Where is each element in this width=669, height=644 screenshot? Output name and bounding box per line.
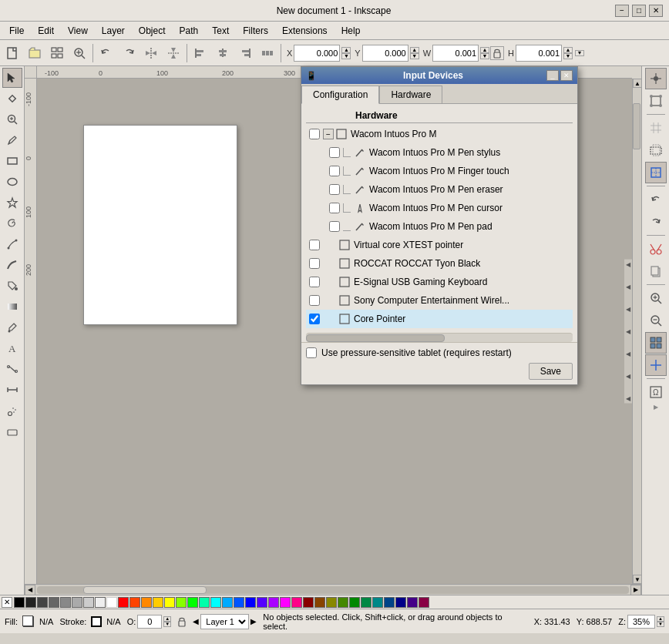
color-swatch[interactable] [234,597,244,608]
snap-button[interactable] [645,68,667,89]
distribute-button[interactable] [257,42,278,64]
menu-view[interactable]: View [62,24,94,38]
color-swatch[interactable] [153,597,163,608]
color-swatch[interactable] [395,597,406,608]
color-swatch-white[interactable] [106,597,117,608]
units-dropdown[interactable]: ▾ [575,50,584,56]
device-checkbox-1[interactable] [329,147,340,158]
color-swatch[interactable] [49,597,59,608]
tab-hardware[interactable]: Hardware [379,86,442,103]
tab-configuration[interactable]: Configuration [301,86,379,104]
callig-tool-button[interactable] [2,255,22,275]
color-swatch[interactable] [338,597,348,608]
flip-h-button[interactable] [140,42,162,64]
color-swatch[interactable] [60,597,71,608]
zoom-tool-button[interactable] [2,109,22,129]
align-center-button[interactable] [212,42,234,64]
snap-bbox-button[interactable] [645,139,667,161]
close-button[interactable]: ✕ [649,5,663,17]
color-swatch[interactable] [199,597,210,608]
zoom-down[interactable]: ▼ [657,622,664,627]
device-checkbox-0[interactable] [309,129,320,139]
node-tool-button[interactable] [2,89,22,109]
zoom-selection-button[interactable] [69,42,90,64]
spray-tool-button[interactable] [2,401,22,421]
color-swatch[interactable] [419,597,429,608]
layer-select[interactable]: Layer 1 [200,614,249,629]
align-left-button[interactable] [190,42,211,64]
align-right-button[interactable] [234,42,256,64]
scroll-left-button[interactable]: ◀ [25,585,35,595]
dialog-hscroll-thumb[interactable] [306,334,445,342]
opacity-down[interactable]: ▼ [163,622,171,627]
paint-tool-button[interactable] [2,276,22,296]
dropper-tool-button[interactable] [2,317,22,337]
menu-object[interactable]: Object [133,24,172,38]
menu-edit[interactable]: Edit [32,24,60,38]
menu-path[interactable]: Path [173,24,205,38]
dialog-hscroll[interactable] [306,333,573,342]
color-swatch-blue[interactable] [245,597,256,608]
open-button[interactable] [24,42,45,64]
device-checkbox-3[interactable] [329,184,340,195]
color-swatch[interactable] [372,597,383,608]
pen-tool-button[interactable] [2,234,22,254]
color-swatch[interactable] [129,597,140,608]
new-button[interactable] [2,42,23,64]
snap-nodes-button[interactable] [645,90,667,112]
zoom-in-button[interactable] [645,287,667,309]
menu-extensions[interactable]: Extensions [276,24,334,38]
scroll-thumb-h[interactable] [83,586,207,594]
pencil-tool-button[interactable] [2,130,22,150]
tablet-checkbox[interactable] [306,347,317,358]
color-swatch[interactable] [222,597,233,608]
text-tool-button[interactable]: A [2,338,22,358]
h-input[interactable] [516,45,562,62]
zoom-up[interactable]: ▲ [657,616,664,622]
snap-grid-button[interactable] [645,117,667,139]
lock-aspect-button[interactable] [490,46,504,60]
y-down[interactable]: ▼ [410,53,419,59]
menu-filters[interactable]: Filters [237,24,274,38]
undo-snap-button[interactable] [645,189,667,210]
select-tool-button[interactable] [2,68,22,88]
scroll-thumb-v[interactable] [633,103,640,149]
device-checkbox-8[interactable] [309,277,320,287]
color-swatch-magenta[interactable] [280,597,291,608]
right-toolbar-expand[interactable]: ▶ [645,404,667,410]
device-checkbox-4[interactable] [329,203,340,213]
device-checkbox-10[interactable] [309,314,320,324]
color-swatch-cyan[interactable] [210,597,221,608]
menu-text[interactable]: Text [206,24,235,38]
color-swatch-red[interactable] [118,597,129,608]
w-up[interactable]: ▲ [480,47,489,53]
device-checkbox-7[interactable] [309,258,320,269]
cut-button[interactable] [645,238,667,260]
menu-file[interactable]: File [3,24,30,38]
connector-tool-button[interactable] [2,359,22,379]
x-up[interactable]: ▲ [341,47,351,53]
maximize-button[interactable]: □ [632,5,646,17]
color-swatch[interactable] [384,597,395,608]
redo-snap-button[interactable] [645,211,667,233]
dialog-minimize-button[interactable]: _ [546,70,559,81]
align-tool-button[interactable] [645,354,667,376]
redo-button[interactable] [118,42,140,64]
color-swatch[interactable] [303,597,314,608]
snap-page-button[interactable] [645,162,667,183]
y-up[interactable]: ▲ [410,47,419,53]
color-swatch[interactable] [407,597,418,608]
y-input[interactable] [362,45,408,62]
symbols-button[interactable]: Ω [645,381,667,403]
device-checkbox-9[interactable] [309,295,320,306]
vertical-scrollbar[interactable]: ▲ ▼ [632,79,641,584]
color-swatch[interactable] [37,597,48,608]
flip-v-button[interactable] [163,42,184,64]
color-swatch[interactable] [176,597,187,608]
copy-button[interactable] [645,260,667,282]
color-swatch[interactable] [72,597,82,608]
undo-button[interactable] [96,42,117,64]
color-swatch[interactable] [326,597,337,608]
dialog-close-button[interactable]: ✕ [560,70,573,81]
horizontal-scrollbar[interactable]: ◀ ▶ [25,584,641,595]
